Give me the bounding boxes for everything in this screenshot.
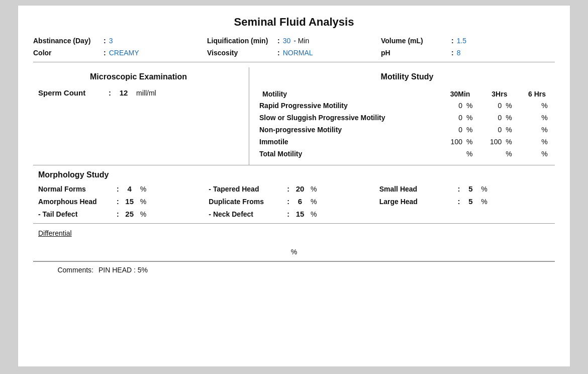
motility-row-0: Rapid Progressive Motility 0 % 0 % % [259,100,555,112]
motility-row-1: Slow or Sluggish Progressive Motility 0 … [259,112,555,124]
motility-row-v1: 0 [440,100,465,112]
ph-colon: : [451,49,454,57]
morph-item-2-0: - Tail Defect : 25 % [38,210,209,218]
liquification-label: Liquification (min) [207,37,277,45]
liquification-colon: : [277,37,280,45]
motility-row-p1: % [465,112,480,124]
morph-item-1-2: Large Head : 5 % [379,197,550,206]
page: Seminal Fluid Analysis Abstinance (Day) … [18,5,570,367]
morph-unit: % [140,210,146,218]
morph-item-0-2: Small Head : 5 % [379,184,550,193]
morph-label: - Tapered Head [209,185,284,193]
morph-unit: % [311,185,317,193]
morph-unit: % [140,185,146,193]
morph-colon: : [458,185,460,193]
motility-row-v3 [519,100,540,112]
page-title: Seminal Fluid Analysis [33,16,555,29]
volume-group: Volume (mL) : 1.5 [381,37,555,45]
morph-value: 15 [292,210,308,218]
volume-label: Volume (mL) [381,37,451,45]
motility-row-label: Immotile [259,136,440,148]
morph-label: Amorphous Head [38,198,114,206]
viscosity-group: Viscosity : NORMAL [207,49,381,57]
motility-title: Motility Study [259,72,555,81]
morph-label: - Tail Defect [38,210,114,218]
viscosity-colon: : [277,49,280,57]
motility-row-p3: % [540,136,555,148]
top-fields: Abstinance (Day) : 3 Liquification (min)… [33,37,555,62]
morph-unit: % [140,198,146,206]
motility-row-v2: 100 [480,136,505,148]
motility-row-2: Non-progressive Motility 0 % 0 % % [259,124,555,136]
color-group: Color : CREAMY [33,49,207,57]
motility-col4-header: 6 Hrs [519,88,555,100]
morph-colon: : [287,210,289,218]
liquification-unit: - Min [293,37,309,45]
volume-colon: : [451,37,454,45]
abstinance-value: 3 [109,37,113,45]
viscosity-value: NORMAL [283,49,313,57]
motility-col3-header: 3Hrs [480,88,519,100]
sperm-count-value: 12 [116,88,131,97]
motility-row-p2: % [505,112,519,124]
morph-colon: : [287,198,289,206]
motility-row-v3 [519,124,540,136]
morph-colon: : [117,185,119,193]
motility-row-label: Rapid Progressive Motility [259,100,440,112]
liquification-group: Liquification (min) : 30 - Min [207,37,381,45]
motility-row-v2 [480,148,505,160]
morph-label: - Neck Defect [209,210,284,218]
differential-section: Differential % [33,224,555,261]
morph-colon: : [458,198,460,206]
motility-row-v2: 0 [480,100,505,112]
motility-row-label: Slow or Sluggish Progressive Motility [259,112,440,124]
viscosity-label: Viscosity [207,49,277,57]
motility-row-p2: % [505,100,519,112]
morph-item-2-1: - Neck Defect : 15 % [209,210,379,218]
motility-row-p1: % [465,124,480,136]
morph-item-0-1: - Tapered Head : 20 % [209,184,379,193]
motility-row-label: Total Motility [259,148,440,160]
motility-row-p1: % [465,136,480,148]
morph-row-1: Amorphous Head : 15 % Duplicate Froms : … [38,197,550,206]
motility-row-v1: 0 [440,124,465,136]
morph-colon: : [287,185,289,193]
morphology-rows: Normal Forms : 4 % - Tapered Head : 20 %… [33,184,555,218]
motility-row-v2: 0 [480,124,505,136]
morph-label: Duplicate Froms [209,198,284,206]
motility-row-p2: % [505,124,519,136]
motility-row-4: Total Motility % % % [259,148,555,160]
motility-col1-header: Motility [259,88,440,100]
morph-row-2: - Tail Defect : 25 % - Neck Defect : 15 … [38,210,550,218]
motility-row-p3: % [540,100,555,112]
motility-row-v3 [519,136,540,148]
motility-row-v2: 0 [480,112,505,124]
sperm-count-unit: mill/ml [136,89,156,97]
motility-header-row: Motility 30Min 3Hrs 6 Hrs [259,88,555,100]
morph-row-0: Normal Forms : 4 % - Tapered Head : 20 %… [38,184,550,193]
color-value: CREAMY [109,49,139,57]
abstinance-label: Abstinance (Day) [33,37,104,45]
ph-label: pH [381,49,451,57]
motility-col2-header: 30Min [440,88,479,100]
motility-row-p2: % [505,136,519,148]
color-label: Color [33,49,104,57]
differential-link[interactable]: Differential [33,229,72,237]
morph-value: 4 [122,184,137,193]
abstinance-group: Abstinance (Day) : 3 [33,37,207,45]
morph-unit: % [311,210,317,218]
morph-value: 25 [122,210,137,218]
morph-label: Small Head [379,185,455,193]
motility-row-v1 [440,148,465,160]
motility-row-p3: % [540,112,555,124]
morph-label: Normal Forms [38,185,114,193]
morph-unit: % [481,185,487,193]
morph-value: 20 [292,184,308,193]
motility-row-label: Non-progressive Motility [259,124,440,136]
comments-value: PIN HEAD : 5% [99,266,148,274]
ph-group: pH : 8 [381,49,555,57]
motility-row-v1: 100 [440,136,465,148]
ph-value: 8 [457,49,461,57]
morph-colon: : [117,210,119,218]
abstinance-colon: : [104,37,106,45]
